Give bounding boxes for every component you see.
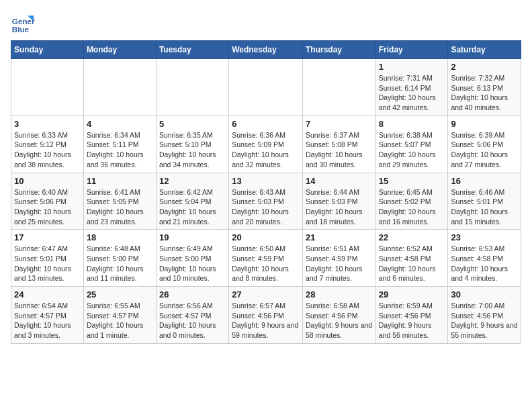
day-number: 25 bbox=[87, 289, 153, 300]
day-number: 3 bbox=[14, 119, 81, 129]
day-info: Sunrise: 6:33 AM Sunset: 5:12 PM Dayligh… bbox=[14, 130, 81, 170]
day-info: Sunrise: 6:53 AM Sunset: 4:58 PM Dayligh… bbox=[451, 244, 518, 283]
page-header: General Blue bbox=[11, 11, 521, 35]
day-info: Sunrise: 6:58 AM Sunset: 4:56 PM Dayligh… bbox=[306, 301, 373, 340]
calendar-cell: 27Sunrise: 6:57 AM Sunset: 4:56 PM Dayli… bbox=[229, 287, 303, 344]
calendar-cell: 3Sunrise: 6:33 AM Sunset: 5:12 PM Daylig… bbox=[11, 116, 84, 173]
day-info: Sunrise: 6:51 AM Sunset: 4:59 PM Dayligh… bbox=[306, 244, 373, 283]
calendar-cell bbox=[83, 59, 156, 116]
day-number: 7 bbox=[306, 119, 373, 129]
day-info: Sunrise: 6:34 AM Sunset: 5:11 PM Dayligh… bbox=[87, 130, 153, 170]
calendar-cell: 25Sunrise: 6:55 AM Sunset: 4:57 PM Dayli… bbox=[83, 287, 156, 344]
day-number: 6 bbox=[232, 119, 300, 129]
calendar-cell: 30Sunrise: 7:00 AM Sunset: 4:56 PM Dayli… bbox=[448, 287, 521, 344]
calendar-cell: 13Sunrise: 6:43 AM Sunset: 5:03 PM Dayli… bbox=[229, 173, 303, 230]
day-header-thursday: Thursday bbox=[302, 41, 375, 59]
day-info: Sunrise: 6:54 AM Sunset: 4:57 PM Dayligh… bbox=[14, 301, 81, 340]
calendar-table: SundayMondayTuesdayWednesdayThursdayFrid… bbox=[11, 40, 521, 344]
day-info: Sunrise: 6:35 AM Sunset: 5:10 PM Dayligh… bbox=[159, 130, 226, 170]
day-number: 30 bbox=[451, 289, 518, 300]
calendar-cell: 5Sunrise: 6:35 AM Sunset: 5:10 PM Daylig… bbox=[156, 116, 228, 173]
calendar-cell: 21Sunrise: 6:51 AM Sunset: 4:59 PM Dayli… bbox=[302, 230, 375, 287]
day-info: Sunrise: 6:38 AM Sunset: 5:07 PM Dayligh… bbox=[379, 130, 445, 170]
header-row: SundayMondayTuesdayWednesdayThursdayFrid… bbox=[11, 41, 521, 59]
calendar-cell: 6Sunrise: 6:36 AM Sunset: 5:09 PM Daylig… bbox=[229, 116, 303, 173]
day-info: Sunrise: 6:48 AM Sunset: 5:00 PM Dayligh… bbox=[87, 244, 153, 283]
calendar-cell: 9Sunrise: 6:39 AM Sunset: 5:06 PM Daylig… bbox=[448, 116, 521, 173]
day-info: Sunrise: 6:39 AM Sunset: 5:06 PM Dayligh… bbox=[451, 130, 518, 170]
day-info: Sunrise: 6:46 AM Sunset: 5:01 PM Dayligh… bbox=[451, 187, 518, 227]
day-header-friday: Friday bbox=[375, 41, 448, 59]
calendar-cell bbox=[11, 59, 84, 116]
calendar-cell bbox=[156, 59, 228, 116]
day-number: 15 bbox=[379, 176, 445, 186]
day-number: 8 bbox=[379, 119, 445, 129]
day-info: Sunrise: 6:45 AM Sunset: 5:02 PM Dayligh… bbox=[379, 187, 445, 227]
day-number: 28 bbox=[306, 289, 373, 300]
day-info: Sunrise: 6:50 AM Sunset: 4:59 PM Dayligh… bbox=[232, 244, 300, 283]
logo: General Blue bbox=[11, 11, 38, 35]
calendar-cell: 1Sunrise: 7:31 AM Sunset: 6:14 PM Daylig… bbox=[375, 59, 448, 116]
calendar-cell: 28Sunrise: 6:58 AM Sunset: 4:56 PM Dayli… bbox=[302, 287, 375, 344]
calendar-cell: 15Sunrise: 6:45 AM Sunset: 5:02 PM Dayli… bbox=[375, 173, 448, 230]
calendar-cell: 7Sunrise: 6:37 AM Sunset: 5:08 PM Daylig… bbox=[302, 116, 375, 173]
calendar-cell: 10Sunrise: 6:40 AM Sunset: 5:06 PM Dayli… bbox=[11, 173, 84, 230]
day-info: Sunrise: 7:31 AM Sunset: 6:14 PM Dayligh… bbox=[379, 73, 445, 113]
day-number: 23 bbox=[451, 232, 518, 242]
day-number: 9 bbox=[451, 119, 518, 129]
day-info: Sunrise: 6:59 AM Sunset: 4:56 PM Dayligh… bbox=[379, 301, 445, 340]
calendar-cell: 16Sunrise: 6:46 AM Sunset: 5:01 PM Dayli… bbox=[448, 173, 521, 230]
day-info: Sunrise: 6:37 AM Sunset: 5:08 PM Dayligh… bbox=[306, 130, 373, 170]
day-info: Sunrise: 6:42 AM Sunset: 5:04 PM Dayligh… bbox=[159, 187, 226, 227]
day-header-wednesday: Wednesday bbox=[229, 41, 303, 59]
calendar-body: 1Sunrise: 7:31 AM Sunset: 6:14 PM Daylig… bbox=[11, 59, 521, 344]
day-number: 14 bbox=[306, 176, 373, 186]
svg-text:Blue: Blue bbox=[12, 25, 30, 34]
day-info: Sunrise: 7:00 AM Sunset: 4:56 PM Dayligh… bbox=[451, 301, 518, 340]
calendar-cell: 8Sunrise: 6:38 AM Sunset: 5:07 PM Daylig… bbox=[375, 116, 448, 173]
calendar-week-3: 10Sunrise: 6:40 AM Sunset: 5:06 PM Dayli… bbox=[11, 173, 521, 230]
day-info: Sunrise: 6:36 AM Sunset: 5:09 PM Dayligh… bbox=[232, 130, 300, 170]
day-number: 4 bbox=[87, 119, 153, 129]
calendar-cell: 29Sunrise: 6:59 AM Sunset: 4:56 PM Dayli… bbox=[375, 287, 448, 344]
day-info: Sunrise: 6:43 AM Sunset: 5:03 PM Dayligh… bbox=[232, 187, 300, 227]
day-number: 13 bbox=[232, 176, 300, 186]
day-number: 26 bbox=[159, 289, 226, 300]
day-number: 16 bbox=[451, 176, 518, 186]
calendar-cell: 19Sunrise: 6:49 AM Sunset: 5:00 PM Dayli… bbox=[156, 230, 228, 287]
day-info: Sunrise: 6:55 AM Sunset: 4:57 PM Dayligh… bbox=[87, 301, 153, 340]
day-number: 5 bbox=[159, 119, 226, 129]
calendar-cell: 22Sunrise: 6:52 AM Sunset: 4:58 PM Dayli… bbox=[375, 230, 448, 287]
calendar-cell bbox=[302, 59, 375, 116]
calendar-cell: 17Sunrise: 6:47 AM Sunset: 5:01 PM Dayli… bbox=[11, 230, 84, 287]
day-number: 24 bbox=[14, 289, 81, 300]
calendar-cell: 26Sunrise: 6:56 AM Sunset: 4:57 PM Dayli… bbox=[156, 287, 228, 344]
day-info: Sunrise: 6:44 AM Sunset: 5:03 PM Dayligh… bbox=[306, 187, 373, 227]
day-number: 27 bbox=[232, 289, 300, 300]
calendar-week-2: 3Sunrise: 6:33 AM Sunset: 5:12 PM Daylig… bbox=[11, 116, 521, 173]
calendar-cell: 12Sunrise: 6:42 AM Sunset: 5:04 PM Dayli… bbox=[156, 173, 228, 230]
logo-icon: General Blue bbox=[11, 11, 35, 35]
day-number: 12 bbox=[159, 176, 226, 186]
calendar-cell: 24Sunrise: 6:54 AM Sunset: 4:57 PM Dayli… bbox=[11, 287, 84, 344]
day-number: 17 bbox=[14, 232, 81, 242]
day-number: 20 bbox=[232, 232, 300, 242]
calendar-cell: 2Sunrise: 7:32 AM Sunset: 6:13 PM Daylig… bbox=[448, 59, 521, 116]
day-info: Sunrise: 6:40 AM Sunset: 5:06 PM Dayligh… bbox=[14, 187, 81, 227]
day-info: Sunrise: 6:47 AM Sunset: 5:01 PM Dayligh… bbox=[14, 244, 81, 283]
day-info: Sunrise: 6:49 AM Sunset: 5:00 PM Dayligh… bbox=[159, 244, 226, 283]
day-number: 1 bbox=[379, 62, 445, 72]
day-number: 18 bbox=[87, 232, 153, 242]
calendar-week-4: 17Sunrise: 6:47 AM Sunset: 5:01 PM Dayli… bbox=[11, 230, 521, 287]
calendar-cell: 11Sunrise: 6:41 AM Sunset: 5:05 PM Dayli… bbox=[83, 173, 156, 230]
day-info: Sunrise: 6:57 AM Sunset: 4:56 PM Dayligh… bbox=[232, 301, 300, 340]
day-number: 22 bbox=[379, 232, 445, 242]
calendar-cell: 18Sunrise: 6:48 AM Sunset: 5:00 PM Dayli… bbox=[83, 230, 156, 287]
calendar-cell bbox=[229, 59, 303, 116]
calendar-cell: 4Sunrise: 6:34 AM Sunset: 5:11 PM Daylig… bbox=[83, 116, 156, 173]
day-info: Sunrise: 6:56 AM Sunset: 4:57 PM Dayligh… bbox=[159, 301, 226, 340]
calendar-cell: 14Sunrise: 6:44 AM Sunset: 5:03 PM Dayli… bbox=[302, 173, 375, 230]
calendar-header: SundayMondayTuesdayWednesdayThursdayFrid… bbox=[11, 41, 521, 59]
day-info: Sunrise: 6:41 AM Sunset: 5:05 PM Dayligh… bbox=[87, 187, 153, 227]
calendar-cell: 23Sunrise: 6:53 AM Sunset: 4:58 PM Dayli… bbox=[448, 230, 521, 287]
